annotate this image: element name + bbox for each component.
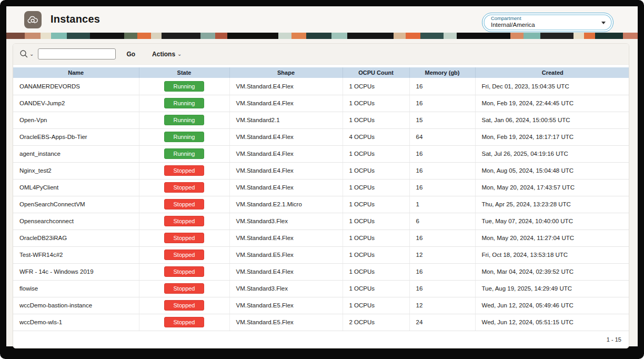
- table-row[interactable]: OpensearchconnectStoppedVM.Standard3.Fle…: [13, 213, 629, 230]
- decor-segment: [584, 33, 595, 39]
- compartment-value: Internal/America: [491, 21, 597, 28]
- instances-table-wrap: NameStateShapeOCPU CountMemory (gb)Creat…: [13, 65, 629, 331]
- table-row[interactable]: agent_instanceRunningVM.Standard.E4.Flex…: [13, 145, 629, 162]
- instance-shape-cell: VM.Standard.E5.Flex: [229, 314, 343, 331]
- table-row[interactable]: OpenSearchConnectVMStoppedVM.Standard.E2…: [13, 196, 629, 213]
- decor-segment: [291, 33, 306, 39]
- instance-memory-cell: 16: [409, 263, 475, 280]
- instance-name-cell: OracleEBS-Apps-Db-Tier: [13, 128, 139, 145]
- column-header-ocpu-count[interactable]: OCPU Count: [343, 67, 409, 78]
- instance-memory-cell: 12: [409, 246, 475, 263]
- instance-memory-cell: 12: [409, 297, 475, 314]
- instance-memory-cell: 24: [409, 314, 475, 331]
- instance-shape-cell: VM.Standard.E4.Flex: [229, 263, 343, 280]
- decor-segment: [6, 33, 25, 39]
- instance-ocpu-cell: 1 OCPUs: [343, 179, 409, 196]
- column-header-state[interactable]: State: [139, 67, 229, 78]
- instance-name-cell: wccDemo-bastion-instance: [13, 297, 139, 314]
- instance-state-cell: Stopped: [139, 162, 229, 179]
- table-row[interactable]: OracleDB23iRAGStoppedVM.Standard.E4.Flex…: [13, 230, 629, 246]
- column-header-shape[interactable]: Shape: [229, 67, 343, 78]
- instance-ocpu-cell: 1 OCPUs: [343, 280, 409, 297]
- decor-segment: [227, 33, 278, 39]
- search-input[interactable]: [38, 48, 116, 59]
- decor-segment: [306, 33, 331, 39]
- column-header-name[interactable]: Name: [13, 67, 139, 78]
- instance-shape-cell: VM.Standard3.Flex: [229, 213, 343, 230]
- instance-ocpu-cell: 1 OCPUs: [343, 246, 409, 263]
- decor-segment: [124, 33, 137, 39]
- instance-shape-cell: VM.Standard.E5.Flex: [229, 246, 343, 263]
- decor-segment: [347, 33, 394, 39]
- instance-state-cell: Running: [139, 112, 229, 128]
- decor-segment: [540, 33, 573, 39]
- instance-created-cell: Mon, Feb 19, 2024, 22:44:45 UTC: [475, 95, 629, 112]
- page-title: Instances: [51, 13, 100, 25]
- table-row[interactable]: Nginx_test2StoppedVM.Standard.E4.Flex1 O…: [13, 162, 629, 179]
- status-badge: Stopped: [164, 216, 204, 226]
- decor-segment: [510, 33, 524, 39]
- instance-created-cell: Mon, May 20, 2024, 17:43:57 UTC: [475, 179, 629, 196]
- chevron-down-icon: ⌄: [29, 51, 34, 57]
- actions-menu-button[interactable]: Actions ⌄: [152, 51, 182, 58]
- decor-segment: [215, 33, 227, 39]
- table-row[interactable]: WFR - 14c - Windows 2019StoppedVM.Standa…: [13, 263, 629, 280]
- instance-memory-cell: 16: [409, 162, 475, 179]
- status-badge: Stopped: [164, 182, 204, 193]
- instance-memory-cell: 1: [409, 196, 475, 213]
- instance-state-cell: Stopped: [139, 297, 229, 314]
- table-row[interactable]: OANAMERDEVORDSRunningVM.Standard.E4.Flex…: [13, 78, 629, 95]
- decor-segment: [331, 33, 347, 39]
- table-row[interactable]: OracleEBS-Apps-Db-TierRunningVM.Standard…: [13, 128, 629, 145]
- instance-name-cell: agent_instance: [13, 145, 139, 162]
- instance-ocpu-cell: 1 OCPUs: [343, 196, 409, 213]
- table-row[interactable]: Test-WFR14c#2StoppedVM.Standard.E5.Flex1…: [13, 246, 629, 263]
- decor-segment: [278, 33, 291, 39]
- instance-shape-cell: VM.Standard.E4.Flex: [229, 95, 343, 112]
- table-header-row: NameStateShapeOCPU CountMemory (gb)Creat…: [13, 67, 629, 78]
- instance-ocpu-cell: 1 OCPUs: [343, 78, 409, 95]
- instance-shape-cell: VM.Standard2.1: [229, 112, 343, 128]
- table-row[interactable]: OML4PyClientStoppedVM.Standard.E4.Flex1 …: [13, 179, 629, 196]
- decor-segment: [457, 33, 510, 39]
- instance-state-cell: Stopped: [139, 213, 229, 230]
- decor-segment: [90, 33, 124, 39]
- decor-segment: [524, 33, 540, 39]
- decor-segment: [41, 33, 52, 39]
- status-badge: Stopped: [164, 199, 204, 210]
- decor-segment: [406, 33, 420, 39]
- decorative-banner-strip: [6, 33, 638, 39]
- instance-shape-cell: VM.Standard3.Flex: [229, 280, 343, 297]
- pagination-range: 1 - 15: [607, 336, 621, 343]
- decor-segment: [394, 33, 406, 39]
- instance-memory-cell: 16: [409, 95, 475, 112]
- status-badge: Stopped: [164, 165, 204, 176]
- compartment-select[interactable]: Compartment Internal/America: [482, 13, 613, 32]
- go-button[interactable]: Go: [126, 51, 135, 58]
- instance-name-cell: flowise: [13, 280, 139, 297]
- instance-created-cell: Sat, Jul 26, 2025, 04:19:16 UTC: [475, 145, 629, 162]
- table-row[interactable]: OANDEV-Jump2RunningVM.Standard.E4.Flex1 …: [13, 95, 629, 112]
- decor-segment: [420, 33, 444, 39]
- column-header-memory-gb-[interactable]: Memory (gb): [409, 67, 475, 78]
- table-toolbar: ⌄ Go Actions ⌄: [13, 44, 629, 65]
- decor-segment: [25, 33, 41, 39]
- instance-state-cell: Stopped: [139, 280, 229, 297]
- table-row[interactable]: wccDemo-wls-1StoppedVM.Standard.E5.Flex2…: [13, 314, 629, 331]
- table-row[interactable]: Open-VpnRunningVM.Standard2.11 OCPUs15Sa…: [13, 112, 629, 128]
- decor-segment: [51, 33, 67, 39]
- instance-created-cell: Fri, Oct 18, 2024, 13:53:18 UTC: [475, 246, 629, 263]
- instance-name-cell: OANAMERDEVORDS: [13, 78, 139, 95]
- search-column-selector[interactable]: ⌄: [19, 49, 34, 58]
- table-row[interactable]: wccDemo-bastion-instanceStoppedVM.Standa…: [13, 297, 629, 314]
- status-badge: Stopped: [164, 317, 204, 327]
- status-badge: Running: [164, 132, 204, 142]
- instance-created-cell: Tue, Aug 19, 2025, 14:29:49 UTC: [475, 280, 629, 297]
- status-badge: Running: [164, 81, 204, 92]
- table-footer: 1 - 15: [13, 331, 629, 348]
- instance-created-cell: Wed, Jun 12, 2024, 05:49:46 UTC: [475, 297, 629, 314]
- column-header-created[interactable]: Created: [475, 67, 629, 78]
- instance-name-cell: OpenSearchConnectVM: [13, 196, 139, 213]
- app-window: Instances Compartment Internal/America ⌄: [0, 0, 644, 359]
- table-row[interactable]: flowiseStoppedVM.Standard3.Flex1 OCPUs16…: [13, 280, 629, 297]
